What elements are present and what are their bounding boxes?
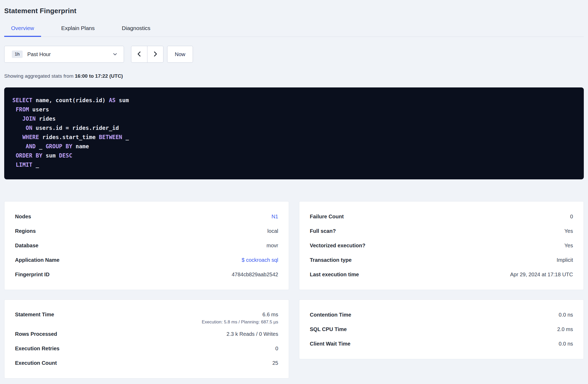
stat-value: 0.0 ns: [559, 312, 573, 318]
stat-subvalue: Execution: 5.8 ms / Planning: 687.5 µs: [202, 319, 278, 325]
stat-row: SQL CPU Time2.0 ms: [310, 322, 573, 337]
stat-value: Apr 29, 2024 at 17:18 UTC: [510, 272, 573, 278]
stat-row: Vectorized execution?Yes: [310, 238, 573, 253]
stat-row: Fingerprint ID4784cb829aab2542: [15, 267, 278, 282]
stat-value-wrap: 2.0 ms: [557, 326, 573, 332]
stat-value-wrap: Implicit: [557, 257, 573, 263]
aggregated-stats-text: Showing aggregated stats from 16:00 to 1…: [4, 73, 584, 79]
stat-value: movr: [267, 243, 278, 249]
sql-line: AND _ GROUP BY name: [12, 142, 576, 151]
stat-row: Application Name$ cockroach sql: [15, 253, 278, 267]
stat-row: Execution Count25: [15, 356, 278, 370]
sql-statement-box: SELECT name, count(rides.id) AS sum FROM…: [4, 87, 584, 179]
interval-arrow-group: [131, 46, 163, 63]
stat-value-wrap: $ cockroach sql: [242, 257, 278, 263]
stat-label: Execution Retries: [15, 346, 59, 352]
stat-value: 0: [275, 346, 278, 352]
resource-usage-card: Contention Time0.0 nsSQL CPU Time2.0 msC…: [299, 299, 584, 359]
stat-row: Transaction typeImplicit: [310, 253, 573, 267]
stat-value-wrap: Apr 29, 2024 at 17:18 UTC: [510, 272, 573, 278]
stat-row: Full scan?Yes: [310, 224, 573, 238]
chevron-down-icon: [112, 51, 118, 57]
stat-row: Rows Processed2.3 k Reads / 0 Writes: [15, 327, 278, 341]
stat-label: Contention Time: [310, 312, 351, 318]
sql-code: SELECT name, count(rides.id) AS sum FROM…: [12, 96, 576, 170]
stat-label: SQL CPU Time: [310, 326, 347, 332]
stat-label: Statement Time: [15, 312, 54, 318]
stat-label: Nodes: [15, 214, 31, 220]
stat-value-wrap: 4784cb829aab2542: [232, 272, 278, 278]
stat-label: Failure Count: [310, 214, 344, 220]
tab-overview[interactable]: Overview: [4, 21, 41, 37]
stat-row: Failure Count0: [310, 209, 573, 224]
stat-value-wrap: 0.0 ns: [559, 341, 573, 347]
stat-value: 0: [570, 214, 573, 220]
stat-value-link[interactable]: $ cockroach sql: [242, 257, 278, 263]
sql-line: FROM users: [12, 105, 576, 114]
next-interval-button[interactable]: [147, 46, 163, 63]
sql-line: LIMIT _: [12, 160, 576, 170]
sql-line: ON users.id = rides.rider_id: [12, 124, 576, 133]
stat-value: 6.6 ms: [262, 312, 278, 318]
statement-fingerprint-page: Statement Fingerprint Overview Explain P…: [0, 7, 588, 378]
sql-line: SELECT name, count(rides.id) AS sum: [12, 96, 576, 105]
overview-card: NodesN1RegionslocalDatabasemovrApplicati…: [4, 201, 289, 290]
stats-prefix: Showing aggregated stats from: [4, 73, 73, 79]
stat-value: local: [267, 228, 278, 234]
stat-row: Last execution timeApr 29, 2024 at 17:18…: [310, 267, 573, 282]
stat-value-wrap: 0: [275, 346, 278, 352]
stat-value-wrap: Yes: [564, 228, 573, 234]
stat-value: 2.0 ms: [557, 326, 573, 332]
interval-badge: 1h: [12, 51, 23, 58]
time-interval-dropdown[interactable]: 1h Past Hour: [4, 46, 124, 63]
chevron-left-icon: [136, 51, 143, 58]
stat-label: Last execution time: [310, 272, 359, 278]
stat-value: Yes: [564, 228, 573, 234]
stat-value: 2.3 k Reads / 0 Writes: [227, 331, 278, 337]
statement-timing-card: Statement Time6.6 msExecution: 5.8 ms / …: [4, 299, 289, 378]
stat-label: Fingerprint ID: [15, 272, 49, 278]
stat-row: Databasemovr: [15, 238, 278, 253]
stat-label: Application Name: [15, 257, 59, 263]
stat-label: Execution Count: [15, 360, 57, 366]
stats-time-range: 16:00 to 17:22 (UTC): [75, 73, 123, 79]
stat-value: 25: [272, 360, 278, 366]
sql-line: JOIN rides: [12, 114, 576, 124]
stat-label: Transaction type: [310, 257, 352, 263]
stat-value: 4784cb829aab2542: [232, 272, 278, 278]
stat-value: Implicit: [557, 257, 573, 263]
stat-value: Yes: [564, 243, 573, 249]
stat-value-wrap: 25: [272, 360, 278, 366]
stat-value-link[interactable]: N1: [271, 214, 278, 220]
stat-value-wrap: N1: [271, 214, 278, 220]
prev-interval-button[interactable]: [131, 46, 147, 63]
stat-row: NodesN1: [15, 209, 278, 224]
stat-row: Execution Retries0: [15, 341, 278, 356]
sql-line: ORDER BY sum DESC: [12, 151, 576, 160]
tab-bar: Overview Explain Plans Diagnostics: [4, 21, 584, 37]
stat-value-wrap: 6.6 msExecution: 5.8 ms / Planning: 687.…: [202, 312, 278, 325]
stat-label: Full scan?: [310, 228, 336, 234]
tab-explain-plans[interactable]: Explain Plans: [54, 21, 102, 37]
stat-row: Regionslocal: [15, 224, 278, 238]
stat-value-wrap: 0.0 ns: [559, 312, 573, 318]
stat-value-wrap: local: [267, 228, 278, 234]
stat-label: Regions: [15, 228, 36, 234]
stat-value-wrap: 2.3 k Reads / 0 Writes: [227, 331, 278, 337]
stat-label: Database: [15, 243, 38, 249]
sql-line: WHERE rides.start_time BETWEEN _: [12, 133, 576, 142]
tab-diagnostics[interactable]: Diagnostics: [115, 21, 157, 37]
overview-cards-row: NodesN1RegionslocalDatabasemovrApplicati…: [4, 201, 584, 290]
stat-label: Vectorized execution?: [310, 243, 365, 249]
stat-row: Contention Time0.0 ns: [310, 308, 573, 322]
now-button[interactable]: Now: [167, 46, 193, 63]
timing-cards-row: Statement Time6.6 msExecution: 5.8 ms / …: [4, 299, 584, 378]
stat-value: 0.0 ns: [559, 341, 573, 347]
stat-label: Rows Processed: [15, 331, 57, 337]
page-title: Statement Fingerprint: [4, 7, 584, 15]
interval-label: Past Hour: [27, 51, 51, 57]
stat-value-wrap: Yes: [564, 243, 573, 249]
execution-attributes-card: Failure Count0Full scan?YesVectorized ex…: [299, 201, 584, 290]
stat-label: Client Wait Time: [310, 341, 350, 347]
time-toolbar: 1h Past Hour Now: [4, 46, 584, 63]
